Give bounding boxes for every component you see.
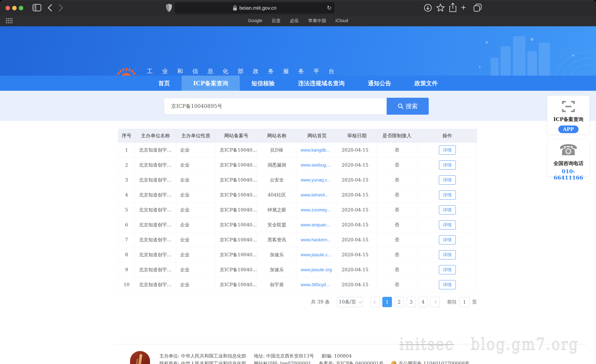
reload-icon[interactable]: ↻ xyxy=(327,5,332,11)
page-size-value: 10条/页 xyxy=(339,299,356,305)
site-url-link[interactable]: www.telnet4... xyxy=(301,192,328,197)
detail-button[interactable]: 详情 xyxy=(439,190,456,200)
page-button-3[interactable]: 3 xyxy=(406,297,416,307)
column-header: 网站备案号 xyxy=(216,129,257,143)
back-icon[interactable] xyxy=(47,4,52,12)
table-row: 6北京知道创宇...企业京ICP备10040...安全联盟www.anquan.… xyxy=(118,217,477,232)
forward-icon[interactable] xyxy=(59,4,64,12)
site-url-link[interactable]: www.jiasule.org xyxy=(301,267,332,272)
icp-search-input[interactable] xyxy=(164,98,387,115)
cell-site_url: www.telnet4... xyxy=(297,188,338,203)
site-url-link[interactable]: www.zoomey... xyxy=(301,207,331,212)
cell-site_url: www.365cyd... xyxy=(297,277,338,292)
chevron-right-icon xyxy=(433,300,437,304)
page-button-4[interactable]: 4 xyxy=(418,297,428,307)
detail-button[interactable]: 详情 xyxy=(439,220,456,230)
cell-org_type: 企业 xyxy=(176,277,216,292)
site-url-link[interactable]: www.yunaq.c... xyxy=(301,177,331,182)
main-nav: 首页ICP备案查询短信核验违法违规域名查询通知公告政策文件 xyxy=(0,76,596,91)
cell-seq: 7 xyxy=(118,232,135,247)
table-row: 2北京知道创宇...企业京ICP备10040...洞悉漏洞www.seebug.… xyxy=(118,158,477,173)
cell-org: 北京知道创宇... xyxy=(135,203,176,217)
cell-site_name: 钟馗之眼 xyxy=(257,203,297,217)
column-header: 网站名称 xyxy=(257,129,297,143)
cell-org: 北京知道创宇... xyxy=(135,173,176,188)
goto-page-input[interactable] xyxy=(459,297,470,307)
cell-site_name: 安全联盟 xyxy=(257,217,297,232)
detail-button[interactable]: 详情 xyxy=(439,265,456,274)
cell-restricted: 否 xyxy=(376,143,417,158)
nav-item-1[interactable]: 首页 xyxy=(147,76,182,91)
site-url-link[interactable]: www.seebug.... xyxy=(301,163,331,167)
telephone-icon: ☎ xyxy=(547,142,589,158)
site-url-link[interactable]: www.anquan... xyxy=(301,222,330,227)
site-url-link[interactable]: www.kangdb... xyxy=(301,148,330,153)
chevron-down-icon xyxy=(359,300,362,303)
bookmark-item[interactable]: iCloud xyxy=(335,18,348,23)
cell-site_url: www.anquan... xyxy=(297,217,338,232)
zoom-window-button[interactable] xyxy=(19,6,23,10)
site-url-link[interactable]: www.hackern... xyxy=(301,237,331,242)
frequently-visited-grid-icon[interactable] xyxy=(6,18,13,25)
cell-detail: 详情 xyxy=(417,217,477,232)
site-url-link[interactable]: www.jiasule.c... xyxy=(301,252,331,257)
cell-org: 北京知道创宇... xyxy=(135,247,176,262)
cell-detail: 详情 xyxy=(417,143,477,158)
site-url-link[interactable]: www.365cyd... xyxy=(301,282,330,287)
bookmark-star-icon[interactable] xyxy=(436,3,445,12)
nav-item-4[interactable]: 违法违规域名查询 xyxy=(286,76,356,91)
cell-org_type: 企业 xyxy=(176,232,216,247)
detail-button[interactable]: 详情 xyxy=(439,205,456,215)
cell-restricted: 否 xyxy=(376,277,417,292)
tab-overview-icon[interactable] xyxy=(473,3,482,12)
icp-results-table: 序号主办单位名称主办单位性质网站备案号网站名称网站首页审核日期是否限制接入操作 … xyxy=(118,129,477,292)
cell-site_name: 404社区 xyxy=(257,188,297,203)
bookmark-item[interactable]: Google xyxy=(248,18,262,23)
footer-line-1: 主办单位: 中华人民共和国工业和信息化部 地址: 中国北京西长安街13号 邮编:… xyxy=(159,353,352,359)
downloads-icon[interactable] xyxy=(424,4,432,12)
cell-org: 北京知道创宇... xyxy=(135,143,176,158)
cell-org_type: 企业 xyxy=(176,247,216,262)
new-tab-icon[interactable]: + xyxy=(461,3,466,12)
bookmark-item[interactable]: 苹果中国 xyxy=(308,18,326,24)
detail-button[interactable]: 详情 xyxy=(439,280,456,289)
nav-item-5[interactable]: 通知公告 xyxy=(356,76,403,91)
table-row: 9北京知道创宇...企业京ICP备10040...加速乐www.jiasule.… xyxy=(118,262,477,277)
site-header: 工业和信息化部政务服务平台 ICP/IP地址/域名信息备案管理系统 xyxy=(0,26,596,76)
page-button-2[interactable]: 2 xyxy=(394,297,404,307)
sidebar-toggle-icon[interactable] xyxy=(33,4,41,12)
url-bar[interactable]: beian.miit.gov.cn ↻ xyxy=(175,2,335,14)
detail-button[interactable]: 详情 xyxy=(439,146,456,155)
column-header: 是否限制接入 xyxy=(376,129,417,143)
detail-button[interactable]: 详情 xyxy=(439,160,456,170)
nav-item-2[interactable]: ICP备案查询 xyxy=(182,76,240,91)
cell-restricted: 否 xyxy=(376,173,417,188)
column-header: 主办单位性质 xyxy=(176,129,216,143)
cell-org_type: 企业 xyxy=(176,262,216,277)
prev-page-button[interactable] xyxy=(370,297,380,307)
cell-icp: 京ICP备10040... xyxy=(216,143,257,158)
minimize-window-button[interactable] xyxy=(12,6,17,10)
cell-date: 2020-04-15 xyxy=(338,247,376,262)
hotline-number[interactable]: 010-66411166 xyxy=(547,168,589,181)
header-slogan: 工业和信息化部政务服务平台 xyxy=(147,67,344,75)
close-window-button[interactable] xyxy=(6,6,10,10)
app-badge[interactable]: APP xyxy=(558,125,579,133)
search-button[interactable]: 搜索 xyxy=(387,98,429,115)
page-size-select[interactable]: 10条/页 xyxy=(337,297,363,307)
detail-button[interactable]: 详情 xyxy=(439,250,456,259)
cell-org_type: 企业 xyxy=(176,158,216,173)
cell-org_type: 企业 xyxy=(176,143,216,158)
footer-sponsor: 主办单位: 中华人民共和国工业和信息化部 xyxy=(159,353,246,359)
detail-button[interactable]: 详情 xyxy=(439,235,456,245)
share-icon[interactable] xyxy=(449,3,457,12)
nav-item-3[interactable]: 短信核验 xyxy=(240,76,286,91)
cell-restricted: 否 xyxy=(376,203,417,217)
next-page-button[interactable] xyxy=(430,297,440,307)
page-button-1[interactable]: 1 xyxy=(382,297,392,307)
bookmark-item[interactable]: 必应 xyxy=(290,18,299,24)
nav-item-6[interactable]: 政策文件 xyxy=(403,76,449,91)
detail-button[interactable]: 详情 xyxy=(439,175,456,185)
bookmark-item[interactable]: 百度 xyxy=(272,18,281,24)
privacy-shield-icon[interactable] xyxy=(166,3,172,12)
